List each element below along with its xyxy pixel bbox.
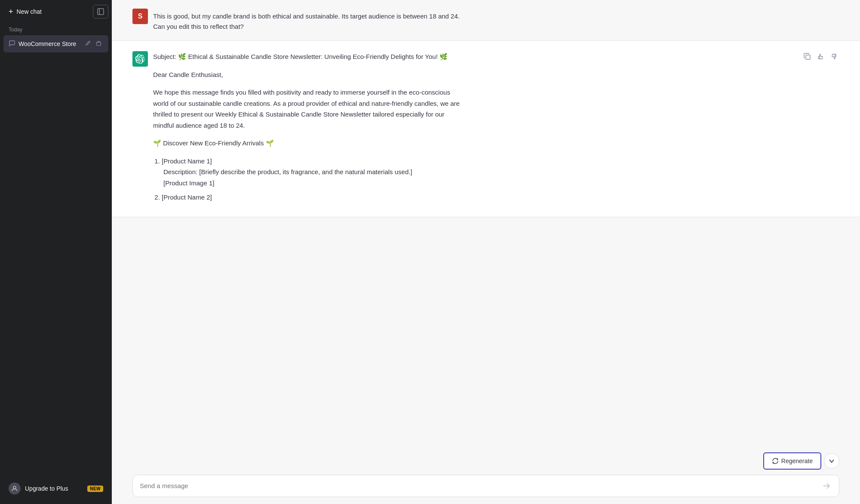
new-chat-button[interactable]: + New chat	[3, 3, 89, 20]
delete-chat-button[interactable]	[94, 40, 103, 48]
sidebar: + New chat Today WooCommerce Store	[0, 0, 112, 504]
copy-icon	[804, 53, 811, 60]
main-content: S This is good, but my candle brand is b…	[112, 0, 860, 504]
chevron-down-icon	[828, 458, 835, 464]
user-message: S This is good, but my candle brand is b…	[112, 0, 860, 40]
product-desc-1: Description: [Briefly describe the produ…	[162, 166, 463, 178]
product-item-2: [Product Name 2]	[162, 192, 463, 203]
user-message-text: This is good, but my candle brand is bot…	[153, 9, 463, 32]
ai-greeting: Dear Candle Enthusiast,	[153, 69, 463, 80]
ai-subject-line: Subject: 🌿 Ethical & Sustainable Candle …	[153, 51, 463, 62]
trash-icon	[96, 40, 101, 46]
copy-button[interactable]	[802, 51, 813, 62]
thumbs-up-button[interactable]	[815, 51, 826, 62]
new-chat-label: New chat	[17, 8, 42, 15]
user-avatar-icon: S	[132, 9, 148, 24]
chat-item-label: WooCommerce Store	[18, 40, 80, 47]
upgrade-button[interactable]: Upgrade to Plus NEW	[3, 478, 108, 499]
ai-message-content: Subject: 🌿 Ethical & Sustainable Candle …	[153, 51, 463, 206]
svg-rect-0	[98, 9, 104, 15]
thumbs-up-icon	[817, 53, 824, 60]
pencil-icon	[85, 40, 91, 46]
ai-avatar-icon	[132, 51, 148, 67]
ai-section-header: 🌱 Discover New Eco-Friendly Arrivals 🌱	[153, 138, 463, 149]
user-avatar	[9, 482, 21, 495]
chat-icon	[9, 40, 15, 48]
sidebar-top: + New chat	[3, 3, 108, 20]
bottom-bar: Regenerate	[112, 470, 860, 504]
ai-body-paragraph: We hope this message finds you filled wi…	[153, 87, 463, 131]
message-input[interactable]	[140, 481, 817, 491]
send-icon	[823, 482, 830, 490]
upgrade-label: Upgrade to Plus	[25, 485, 68, 492]
edit-chat-button[interactable]	[83, 40, 92, 48]
message-input-wrap	[132, 475, 839, 497]
chat-bubble-icon	[9, 40, 15, 46]
regenerate-label: Regenerate	[781, 458, 813, 464]
scroll-to-bottom-button[interactable]	[824, 453, 839, 469]
product-image-1: [Product Image 1]	[162, 178, 463, 189]
svg-rect-6	[806, 55, 810, 59]
product-name-2: [Product Name 2]	[162, 194, 212, 201]
regenerate-button[interactable]: Regenerate	[763, 452, 821, 470]
product-item-1: [Product Name 1] Description: [Briefly d…	[162, 156, 463, 189]
regenerate-icon	[772, 458, 779, 464]
product-name-1: [Product Name 1]	[162, 157, 212, 165]
ai-product-list: [Product Name 1] Description: [Briefly d…	[153, 156, 463, 203]
chat-item-woocommerce[interactable]: WooCommerce Store	[3, 35, 108, 52]
plus-icon: +	[9, 8, 13, 15]
openai-logo	[135, 54, 145, 64]
svg-point-5	[13, 486, 16, 489]
new-badge: NEW	[87, 486, 103, 492]
chat-item-actions	[83, 40, 103, 48]
ai-message-actions	[802, 51, 839, 62]
thumbs-down-button[interactable]	[829, 51, 839, 62]
thumbs-down-icon	[830, 53, 838, 60]
send-button[interactable]	[821, 480, 832, 492]
sidebar-toggle-button[interactable]	[93, 5, 108, 18]
layout-icon	[97, 8, 104, 15]
chat-messages: S This is good, but my candle brand is b…	[112, 0, 860, 470]
user-icon	[11, 485, 18, 492]
ai-message: Subject: 🌿 Ethical & Sustainable Candle …	[112, 40, 860, 217]
svg-rect-2	[97, 42, 101, 46]
today-section-label: Today	[3, 25, 108, 35]
sidebar-bottom: Upgrade to Plus NEW	[3, 475, 108, 501]
